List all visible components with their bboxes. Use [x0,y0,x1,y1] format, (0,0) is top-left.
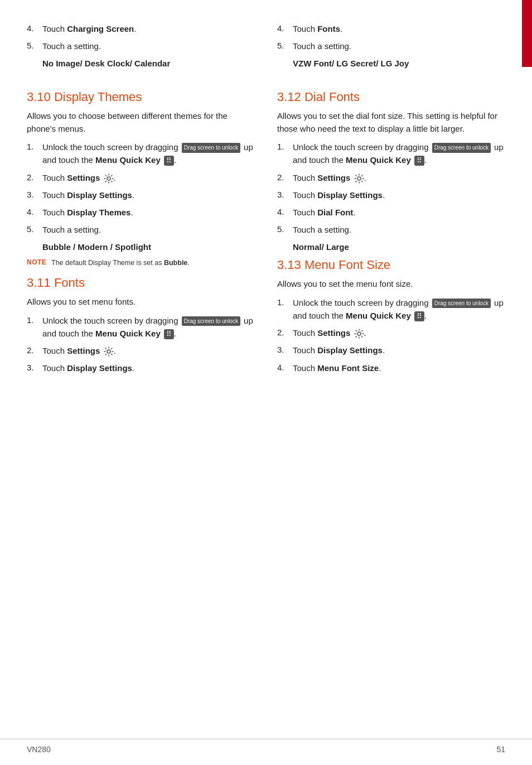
settings-icon [104,174,114,184]
list-item-312-1: 1. Unlock the touch screen by dragging D… [277,141,505,167]
list-num: 3. [27,189,42,201]
list-item: 5. Touch a setting. [27,40,255,52]
list-num: 4. [277,22,293,35]
list-num: 2. [277,326,293,339]
list-content: Touch Settings . [293,326,505,339]
list-content: Touch Settings . [42,171,255,184]
menu-quick-key-icon [414,311,424,321]
list-num: 5. [27,40,42,52]
list-item-313-3: 3. Touch Display Settings. [277,344,505,357]
list-item-312-3: 3. Touch Display Settings. [277,189,505,201]
list-item-311-3: 3. Touch Display Settings. [27,362,255,374]
setting-indent-312: Normal/ Large [293,241,505,254]
svg-point-3 [357,332,361,335]
list-item-312-4: 4. Touch Dial Font. [277,206,505,219]
list-content: Touch Display Settings. [42,362,255,374]
list-content: Touch Dial Font. [293,206,505,219]
list-content: Touch Settings . [293,171,505,184]
bold-text: Settings [317,328,350,338]
bold-text: Bubble [164,259,187,267]
bold-text: Display Settings [317,190,383,200]
list-content: Unlock the touch screen by dragging Drag… [42,314,255,340]
list-item-310-4: 4. Touch Display Themes. [27,206,255,219]
list-content: Touch a setting. [42,40,255,52]
list-num: 3. [277,189,293,201]
section-313-body: Allows you to set the menu font size. [277,278,505,291]
list-num: 2. [277,171,293,184]
list-content: Touch a setting. [42,223,255,236]
list-item-313-4: 4. Touch Menu Font Size. [277,362,505,374]
list-content: Touch Menu Font Size. [293,362,505,374]
list-num: 5. [27,223,42,236]
bold-text: Settings [317,173,350,182]
page: 4. Touch Charging Screen. 5. Touch a set… [0,0,532,765]
bold-text: Settings [67,346,100,355]
list-num: 2. [27,171,42,184]
setting-indent-310: Bubble / Modern / Spotlight [42,241,255,254]
section-310: 3.10 Display Themes Allows you to choose… [27,90,255,276]
bold-text: Menu Quick Key [346,311,411,320]
svg-point-2 [357,177,361,180]
list-num: 4. [27,22,42,35]
content-area: 4. Touch Charging Screen. 5. Touch a set… [0,0,532,765]
bold-text: Display Settings [317,345,383,355]
list-num: 3. [27,362,42,374]
footer-page-number: 51 [496,745,505,754]
list-content: Touch Settings . [42,344,255,357]
left-column: 4. Touch Charging Screen. 5. Touch a set… [27,22,255,743]
section-311-heading: 3.11 Fonts [27,276,255,290]
list-item-312-5: 5. Touch a setting. [277,223,505,236]
menu-quick-key-icon [164,156,174,166]
bold-text: Menu Font Size [317,363,379,373]
bold-text: Display Themes [67,208,130,217]
list-item-312-2: 2. Touch Settings . [277,171,505,184]
section-313: 3.13 Menu Font Size Allows you to set th… [277,258,505,379]
list-num: 1. [27,141,42,167]
section-310-body: Allows you to choose between different t… [27,110,255,135]
drag-badge: Drag screen to unlock [182,143,240,153]
top-indent-left: No Image/ Desk Clock/ Calendar [42,57,255,70]
list-content: Unlock the touch screen by dragging Drag… [293,141,505,167]
list-content: Touch Display Themes. [42,206,255,219]
list-item-311-1: 1. Unlock the touch screen by dragging D… [27,314,255,340]
list-num: 5. [277,223,293,236]
settings-icon [104,347,114,357]
bold-text: Menu Quick Key [95,329,161,338]
list-content: Touch a setting. [293,223,505,236]
note-text: The default Display Theme is set as Bubb… [51,258,190,268]
list-item-313-1: 1. Unlock the touch screen by dragging D… [277,296,505,323]
list-item: 4. Touch Fonts. [277,22,505,35]
svg-point-1 [107,350,110,353]
bold-text: Fonts [317,24,340,33]
list-item-310-2: 2. Touch Settings . [27,171,255,184]
section-311-body: Allows you to set menu fonts. [27,296,255,309]
list-item-313-2: 2. Touch Settings . [277,326,505,339]
svg-point-0 [107,177,110,180]
section-313-heading: 3.13 Menu Font Size [277,258,505,272]
list-item: 4. Touch Charging Screen. [27,22,255,35]
list-item-310-3: 3. Touch Display Settings. [27,189,255,201]
list-content: Touch Charging Screen. [42,22,255,35]
list-content: Unlock the touch screen by dragging Drag… [293,296,505,323]
drag-badge: Drag screen to unlock [182,316,240,326]
list-content: Touch Display Settings. [293,344,505,357]
settings-icon [354,174,364,184]
section-312-heading: 3.12 Dial Fonts [277,90,505,104]
list-num: 4. [277,362,293,374]
top-list-left: 4. Touch Charging Screen. 5. Touch a set… [27,22,255,80]
bold-text: Menu Quick Key [346,155,411,165]
menu-quick-key-icon [164,329,174,339]
drag-badge: Drag screen to unlock [432,299,491,309]
list-num: 1. [277,141,293,167]
list-num: 1. [277,296,293,323]
list-content: Unlock the touch screen by dragging Drag… [42,141,255,167]
footer-model: VN280 [27,745,51,754]
note-block-310: NOTE The default Display Theme is set as… [27,258,255,268]
list-num: 2. [27,344,42,357]
bold-text: Display Settings [67,190,132,200]
note-label: NOTE [27,258,47,266]
bold-text: Settings [67,173,100,182]
bold-text: Display Settings [67,363,132,373]
section-312-body: Allows you to set the dial font size. Th… [277,110,505,135]
bold-text: Dial Font [317,208,353,217]
